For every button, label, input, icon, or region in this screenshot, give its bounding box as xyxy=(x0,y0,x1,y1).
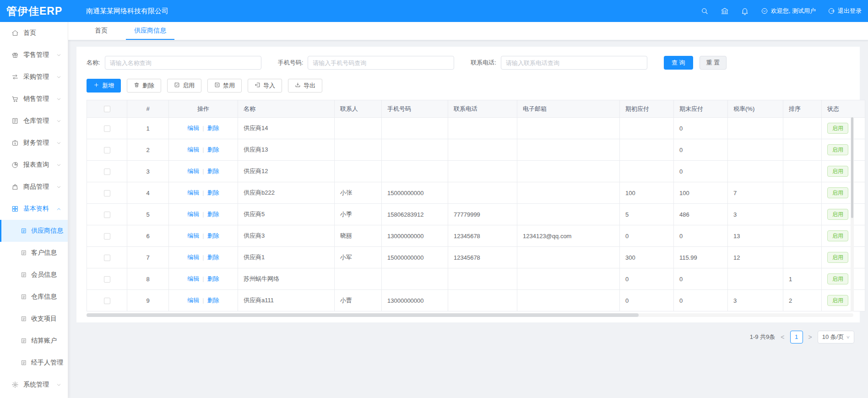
delete-link[interactable]: 删除 xyxy=(207,168,219,174)
next-page-button[interactable]: > xyxy=(808,333,813,341)
sidebar-subitem-label: 仓库信息 xyxy=(31,293,57,301)
query-button[interactable]: 查 询 xyxy=(664,56,693,70)
sidebar-subitem-1[interactable]: 客户信息 xyxy=(0,242,68,264)
chevron-down-icon xyxy=(56,119,61,124)
delete-link[interactable]: 删除 xyxy=(207,275,219,282)
mobile-input[interactable] xyxy=(308,56,454,70)
delete-link[interactable]: 删除 xyxy=(207,211,219,218)
user-menu[interactable]: 欢迎您, 测试用户 xyxy=(761,7,816,15)
edit-link[interactable]: 编辑 xyxy=(187,297,199,304)
row-checkbox[interactable] xyxy=(104,233,110,240)
chevron-down-icon xyxy=(56,382,61,387)
row-checkbox[interactable] xyxy=(104,169,110,175)
edit-link[interactable]: 编辑 xyxy=(187,211,199,218)
table-row: 6编辑|删除供应商3晓丽13000000000123456781234123@q… xyxy=(87,225,865,247)
sidebar-item-8[interactable]: 基本资料 xyxy=(0,198,68,220)
prev-page-button[interactable]: < xyxy=(780,333,785,341)
row-checkbox[interactable] xyxy=(104,190,110,196)
cell-index: 3 xyxy=(127,161,169,182)
sidebar-subitem-0[interactable]: 供应商信息 xyxy=(0,220,68,242)
cell-name: 供应商b222 xyxy=(238,182,335,204)
content-panel: 名称: 手机号码: 联系电话: 查 询 重 置 新增删除启用禁用导入导出 #操作… xyxy=(76,47,860,322)
horizontal-scrollbar-thumb[interactable] xyxy=(87,313,639,317)
row-checkbox[interactable] xyxy=(104,125,110,132)
cell-index: 6 xyxy=(127,225,169,247)
delete-link[interactable]: 删除 xyxy=(207,189,219,196)
add-button[interactable]: 新增 xyxy=(87,79,121,93)
cell-status: 启用 xyxy=(822,118,865,139)
sidebar-item-3[interactable]: 销售管理 xyxy=(0,88,68,110)
sidebar-item-7[interactable]: 商品管理 xyxy=(0,176,68,198)
vertical-scrollbar-thumb[interactable] xyxy=(851,117,853,218)
action-separator: | xyxy=(202,189,204,196)
sidebar-item-label: 系统管理 xyxy=(23,381,49,389)
tel-input[interactable] xyxy=(501,56,647,70)
sidebar-item-4[interactable]: 仓库管理 xyxy=(0,110,68,132)
cell-index: 4 xyxy=(127,182,169,204)
reset-button[interactable]: 重 置 xyxy=(700,56,727,70)
page-size-select[interactable]: 10 条/页 ∨ xyxy=(818,331,854,343)
cell-end_payable: 0 xyxy=(674,161,728,182)
disable-button[interactable]: 禁用 xyxy=(207,79,242,93)
current-page-button[interactable]: 1 xyxy=(790,331,803,343)
delete-link[interactable]: 删除 xyxy=(207,125,219,131)
enable-button[interactable]: 启用 xyxy=(167,79,201,93)
row-checkbox[interactable] xyxy=(104,255,110,261)
row-checkbox[interactable] xyxy=(104,147,110,153)
sidebar-subitem-6[interactable]: 经手人管理 xyxy=(0,352,68,374)
sidebar-item-9[interactable]: 系统管理 xyxy=(0,374,68,396)
sidebar-subitem-3[interactable]: 仓库信息 xyxy=(0,286,68,308)
cell-tel: 12345678 xyxy=(448,225,517,247)
import-button[interactable]: 导入 xyxy=(248,79,282,93)
sidebar-item-5[interactable]: 财务管理 xyxy=(0,132,68,154)
cell-contact xyxy=(335,118,382,139)
delete-link[interactable]: 删除 xyxy=(207,254,219,261)
sidebar-item-1[interactable]: 零售管理 xyxy=(0,44,68,66)
row-checkbox[interactable] xyxy=(104,298,110,304)
cell-sort xyxy=(783,225,822,247)
sidebar-subitem-2[interactable]: 会员信息 xyxy=(0,264,68,286)
edit-link[interactable]: 编辑 xyxy=(187,125,199,131)
bank-icon[interactable] xyxy=(721,7,729,15)
tab-1[interactable]: 供应商信息 xyxy=(126,22,174,40)
cell-contact: 小季 xyxy=(335,204,382,225)
sidebar-item-0[interactable]: 首页 xyxy=(0,22,68,44)
delete-link[interactable]: 删除 xyxy=(207,146,219,153)
row-checkbox[interactable] xyxy=(104,212,110,218)
purchase-icon xyxy=(11,73,19,81)
delete-link[interactable]: 删除 xyxy=(207,232,219,239)
cell-name: 供应商14 xyxy=(238,118,335,139)
export-icon xyxy=(295,82,301,89)
doc-icon xyxy=(21,294,27,300)
plus-icon xyxy=(93,82,99,89)
name-input[interactable] xyxy=(105,56,261,70)
column-header-name: 名称 xyxy=(238,100,335,118)
delete-button[interactable]: 删除 xyxy=(127,79,161,93)
sidebar-subitem-4[interactable]: 收支项目 xyxy=(0,308,68,330)
edit-link[interactable]: 编辑 xyxy=(187,254,199,261)
doc-icon xyxy=(21,250,27,256)
cell-email xyxy=(517,118,620,139)
vertical-scrollbar[interactable] xyxy=(851,117,854,311)
edit-link[interactable]: 编辑 xyxy=(187,189,199,196)
search-icon[interactable] xyxy=(700,7,709,15)
select-all-checkbox[interactable] xyxy=(104,106,110,112)
cell-tax_rate xyxy=(728,118,783,139)
sidebar-item-6[interactable]: 报表查询 xyxy=(0,154,68,176)
sidebar-subitem-label: 结算账户 xyxy=(31,337,57,345)
edit-link[interactable]: 编辑 xyxy=(187,275,199,282)
edit-link[interactable]: 编辑 xyxy=(187,232,199,239)
row-checkbox[interactable] xyxy=(104,276,110,283)
sidebar-subitem-5[interactable]: 结算账户 xyxy=(0,330,68,352)
horizontal-scrollbar[interactable] xyxy=(87,313,853,317)
edit-link[interactable]: 编辑 xyxy=(187,168,199,174)
tab-0[interactable]: 首页 xyxy=(87,22,116,40)
bell-icon[interactable] xyxy=(741,7,749,15)
sidebar-item-2[interactable]: 采购管理 xyxy=(0,66,68,88)
cell-status: 启用 xyxy=(822,139,865,161)
status-badge: 启用 xyxy=(827,252,848,263)
edit-link[interactable]: 编辑 xyxy=(187,146,199,153)
delete-link[interactable]: 删除 xyxy=(207,297,219,304)
export-button[interactable]: 导出 xyxy=(288,79,322,93)
logout-button[interactable]: 退出登录 xyxy=(828,7,862,15)
